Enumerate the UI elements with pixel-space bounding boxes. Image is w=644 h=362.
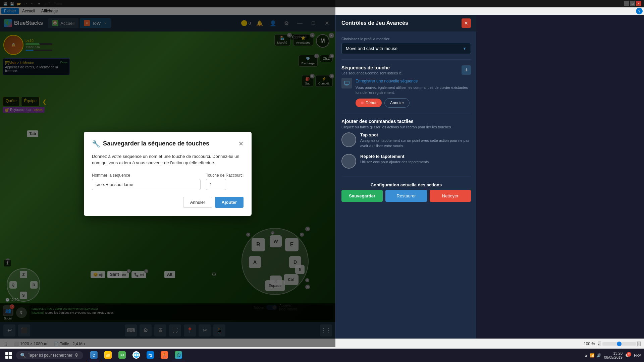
- tap-spot-item: Tap spot Assignez un tapotement sur un p…: [341, 130, 471, 151]
- taskbar-app-files[interactable]: 📁: [101, 349, 115, 361]
- profile-label: Choisissez le profil à modifier.: [341, 37, 471, 41]
- zoom-bar: - +: [598, 342, 641, 346]
- tap-spot-name: Tap spot: [360, 132, 471, 137]
- help-button[interactable]: ?: [636, 8, 643, 14]
- taskbar-app-chrome[interactable]: 🌐: [129, 349, 143, 361]
- record-desc: Vous pouvez également utiliser les comma…: [356, 85, 471, 96]
- name-input[interactable]: [92, 179, 201, 190]
- tactile-section: Ajouter des commandes tactiles Cliquez o…: [341, 119, 471, 171]
- restore-btn[interactable]: Restaurer: [385, 190, 427, 202]
- maximize-btn[interactable]: □: [630, 1, 635, 6]
- windows-icon: [5, 352, 12, 359]
- add-sequence-btn[interactable]: +: [462, 65, 471, 75]
- repeat-tap-name: Répété le tapotement: [360, 154, 471, 159]
- app-icon: 🏃: [161, 351, 168, 359]
- taskbar-app-mail[interactable]: ✉: [115, 349, 129, 361]
- taskbar-time: 13:20: [604, 351, 623, 355]
- svg-rect-2: [344, 81, 349, 84]
- taskbar-app-store[interactable]: 🛍: [144, 349, 157, 361]
- taskbar-app-ie[interactable]: e: [87, 349, 101, 361]
- shortcut-input[interactable]: [206, 179, 226, 190]
- taskbar-apps: e 📁 ✉ 🌐 🛍 🏃 ⬡: [87, 349, 185, 361]
- taskbar-clock: 13:20 08/05/2019: [604, 351, 623, 359]
- config-section: Configuration actuelle des actions Sauve…: [341, 182, 471, 202]
- bs-icon: ⬡: [175, 351, 182, 359]
- sequences-header: Séquences de touche Les séquences/combo …: [341, 65, 471, 75]
- rp-body: Choisissez le profil à modifier. Move an…: [336, 32, 476, 339]
- rp-title: Contrôles de Jeu Avancés: [341, 20, 408, 26]
- zoom-slider[interactable]: [602, 342, 636, 346]
- right-panel: Contrôles de Jeu Avancés ✕ Choisissez le…: [335, 15, 476, 339]
- taskbar-search[interactable]: 🔍 Taper ici pour rechercher 🎙: [16, 351, 83, 359]
- ie-icon: e: [90, 351, 98, 359]
- zoom-out-btn[interactable]: -: [598, 342, 601, 346]
- save-btn[interactable]: Sauvegarder: [341, 190, 383, 202]
- tactile-sub: Cliquez ou faites glisser les actions su…: [341, 125, 471, 130]
- modal-icon: 🔧: [92, 140, 100, 148]
- modal-close-btn[interactable]: ✕: [238, 140, 244, 147]
- search-placeholder: Taper ici pour rechercher: [28, 353, 72, 358]
- bs-main-area: BlueStacks 🏠 Accueil ⚔ ToW ✕: [0, 15, 644, 339]
- notification-area[interactable]: 💬 2: [625, 353, 630, 358]
- debut-dot: [361, 102, 364, 104]
- network-icon: 📶: [590, 353, 595, 358]
- config-buttons: Sauvegarder Restaurer Nettoyer: [341, 190, 471, 202]
- config-title: Configuration actuelle des actions: [341, 182, 471, 187]
- tactile-title: Ajouter des commandes tactiles: [341, 119, 471, 124]
- record-icon: [341, 78, 352, 88]
- repeat-tap-circle: [341, 154, 356, 169]
- close-btn[interactable]: ✕: [636, 1, 641, 6]
- modal-actions: Annuler Ajouter: [92, 197, 244, 208]
- mail-icon: ✉: [118, 351, 126, 359]
- microphone-icon: 🎙: [74, 353, 79, 358]
- dropdown-arrow-icon: ▼: [463, 46, 467, 51]
- record-section: Enregistrer une nouvelle séquence Vous p…: [341, 78, 471, 108]
- name-field: Nommer la séquence: [92, 173, 201, 190]
- modal-cancel-btn[interactable]: Annuler: [183, 197, 212, 208]
- zoom-controls: 100 % - +: [584, 342, 641, 346]
- rp-close-btn[interactable]: ✕: [462, 18, 471, 28]
- annuler-btn[interactable]: Annuler: [384, 98, 410, 108]
- modal-overlay: 🔧 Sauvegarder la séquence de touches ✕ D…: [0, 32, 335, 322]
- name-label: Nommer la séquence: [92, 173, 201, 178]
- clear-btn[interactable]: Nettoyer: [430, 190, 471, 202]
- profile-value: Move and cast with mouse: [346, 46, 397, 51]
- lang-indicator: FRA: [634, 353, 641, 357]
- divider-3: [341, 177, 471, 177]
- modal-add-btn[interactable]: Ajouter: [215, 197, 244, 208]
- systray: ▲ 📶 🔊: [584, 353, 601, 358]
- modal-dialog: 🔧 Sauvegarder la séquence de touches ✕ D…: [84, 132, 252, 216]
- repeat-tap-desc: Utilisez ceci pour ajouter des tapotemen…: [360, 160, 471, 165]
- record-controls: Début Annuler: [356, 98, 471, 108]
- divider-1: [341, 59, 471, 60]
- debut-btn[interactable]: Début: [356, 99, 382, 107]
- files-icon: 📁: [104, 351, 112, 359]
- minimize-btn[interactable]: —: [624, 1, 629, 6]
- taskbar-app-unknown[interactable]: 🏃: [158, 349, 171, 361]
- repeat-tap-item: Répété le tapotement Utilisez ceci pour …: [341, 151, 471, 171]
- taskbar-app-bs[interactable]: ⬡: [172, 349, 185, 361]
- game-viewport: Yggdrasil ✕ 🧝 Lv.10 1395/1346: [0, 32, 335, 322]
- record-info: Enregistrer une nouvelle séquence Vous p…: [356, 78, 471, 108]
- notification-badge: 2: [627, 352, 631, 357]
- profile-section: Choisissez le profil à modifier. Move an…: [341, 37, 471, 54]
- sequences-title-group: Séquences de touche Les séquences/combo …: [341, 65, 404, 75]
- sequences-sub: Les séquences/combo sont listées ici.: [341, 71, 404, 75]
- sequences-title: Séquences de touche: [341, 65, 404, 70]
- record-link[interactable]: Enregistrer une nouvelle séquence: [356, 79, 418, 83]
- start-button[interactable]: [3, 349, 15, 361]
- modal-description: Donnez à votre séquence un nom et une to…: [92, 153, 244, 166]
- systray-expand[interactable]: ▲: [584, 353, 588, 357]
- chrome-icon: 🌐: [132, 351, 140, 359]
- divider-2: [341, 113, 471, 113]
- profile-dropdown[interactable]: Move and cast with mouse ▼: [341, 43, 471, 54]
- game-panel: BlueStacks 🏠 Accueil ⚔ ToW ✕: [0, 15, 335, 339]
- tap-spot-info: Tap spot Assignez un tapotement sur un p…: [360, 132, 471, 148]
- modal-fields: Nommer la séquence Touche de Raccourci: [92, 173, 244, 190]
- rp-header: Contrôles de Jeu Avancés ✕: [336, 15, 476, 32]
- volume-icon: 🔊: [597, 353, 601, 358]
- shortcut-label: Touche de Raccourci: [206, 173, 244, 178]
- modal-header: 🔧 Sauvegarder la séquence de touches ✕: [92, 140, 244, 148]
- taskbar-right: ▲ 📶 🔊 13:20 08/05/2019 💬 2 FRA: [584, 351, 641, 359]
- zoom-in-btn[interactable]: +: [637, 342, 641, 346]
